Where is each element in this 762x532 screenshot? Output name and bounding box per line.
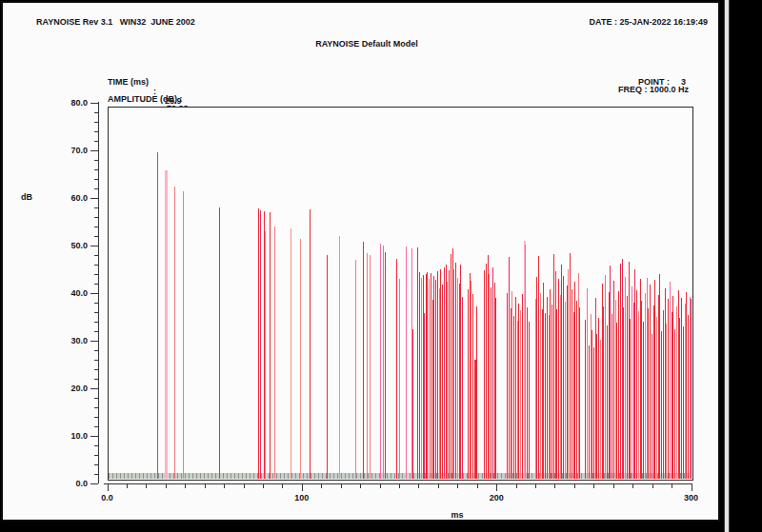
echo-spike bbox=[417, 247, 418, 479]
echo-spike bbox=[355, 260, 356, 479]
app-version-label: RAYNOISE Rev 3.1 WIN32 JUNE 2002 bbox=[36, 17, 195, 27]
axis-tick bbox=[94, 284, 98, 285]
axis-tick bbox=[166, 484, 167, 488]
echo-spike bbox=[412, 329, 413, 479]
freq-readout: FREQ : 1000.0 Hz bbox=[572, 85, 689, 94]
axis-tick bbox=[282, 484, 283, 488]
echo-spike bbox=[300, 239, 301, 479]
axis-tick bbox=[652, 484, 653, 488]
axis-tick bbox=[90, 150, 98, 151]
axis-tick bbox=[94, 474, 98, 475]
echo-spike bbox=[174, 187, 175, 479]
y-axis-title: dB bbox=[21, 192, 32, 202]
echo-spike bbox=[603, 306, 604, 480]
axis-tick bbox=[94, 379, 98, 380]
echo-spike bbox=[540, 293, 541, 479]
axis-tick bbox=[692, 484, 692, 491]
y-tick-label: 20.0 bbox=[57, 384, 88, 393]
echo-spike bbox=[165, 170, 168, 479]
axis-tick bbox=[90, 388, 98, 389]
echo-spike bbox=[607, 325, 608, 479]
axis-tick bbox=[94, 255, 98, 256]
axis-tick bbox=[302, 484, 303, 491]
axis-tick bbox=[94, 322, 98, 323]
x-tick-label: 0.0 bbox=[93, 493, 122, 502]
echo-spike bbox=[683, 326, 684, 479]
axis-tick bbox=[672, 484, 672, 488]
x-axis-title: ms bbox=[448, 510, 467, 520]
axis-tick bbox=[90, 436, 98, 437]
axis-tick bbox=[516, 484, 517, 488]
axis-tick bbox=[94, 464, 98, 465]
axis-tick bbox=[94, 331, 98, 332]
echo-spike bbox=[265, 231, 266, 479]
echo-spike bbox=[593, 347, 594, 479]
x-tick-label: 300 bbox=[677, 493, 706, 502]
axis-tick bbox=[90, 483, 98, 484]
axis-tick bbox=[477, 484, 478, 488]
raynoise-plot-window: { "header": { "app_version": "RAYNOISE R… bbox=[0, 0, 762, 532]
echo-spike bbox=[291, 228, 291, 479]
echo-spike bbox=[406, 246, 407, 479]
axis-tick bbox=[94, 217, 98, 218]
axis-tick bbox=[94, 455, 98, 456]
y-tick-label: 10.0 bbox=[57, 431, 88, 441]
echo-spike bbox=[427, 272, 428, 479]
y-tick-label: 60.0 bbox=[57, 193, 88, 203]
axis-tick bbox=[94, 131, 98, 132]
axis-tick bbox=[574, 484, 575, 488]
axis-tick bbox=[94, 407, 98, 408]
axis-tick bbox=[205, 484, 206, 488]
axis-tick bbox=[94, 188, 98, 189]
axis-tick bbox=[418, 484, 419, 488]
echo-spike bbox=[380, 244, 381, 479]
axis-tick bbox=[457, 484, 458, 488]
axis-tick bbox=[399, 484, 400, 488]
echo-spike bbox=[310, 209, 311, 479]
echo-spike bbox=[370, 255, 371, 479]
echo-spike bbox=[620, 264, 621, 480]
axis-tick bbox=[593, 484, 594, 488]
echo-spike bbox=[495, 298, 496, 479]
axis-tick bbox=[185, 484, 186, 488]
echo-spike bbox=[453, 269, 454, 479]
axis-tick bbox=[535, 484, 536, 488]
axis-tick bbox=[360, 484, 361, 488]
echo-spike bbox=[579, 307, 580, 479]
spike-layer bbox=[108, 107, 692, 479]
axis-tick bbox=[94, 112, 98, 113]
axis-tick bbox=[94, 312, 98, 313]
echo-spike bbox=[462, 297, 463, 479]
axis-tick bbox=[94, 417, 98, 418]
axis-tick bbox=[94, 141, 98, 142]
echo-spike bbox=[679, 318, 680, 479]
y-tick-label: 40.0 bbox=[57, 288, 88, 298]
echo-spike bbox=[472, 294, 473, 479]
selected-echo-spike bbox=[157, 152, 158, 479]
axis-tick bbox=[321, 484, 322, 488]
echo-spike bbox=[260, 210, 261, 479]
date-label: DATE : 25-JAN-2022 16:19:49 bbox=[517, 17, 708, 27]
axis-tick bbox=[94, 398, 98, 399]
echo-spike bbox=[529, 322, 530, 479]
echo-spike bbox=[616, 323, 617, 479]
echo-spike bbox=[486, 264, 487, 480]
axis-tick bbox=[94, 169, 98, 170]
x-tick-label: 200 bbox=[482, 493, 511, 502]
y-tick-label: 0.0 bbox=[57, 479, 88, 488]
echo-spike bbox=[643, 322, 644, 480]
echo-spike bbox=[363, 242, 364, 479]
echo-spike bbox=[476, 306, 477, 479]
axis-tick bbox=[341, 484, 342, 488]
echo-spike bbox=[183, 191, 184, 479]
echo-spike bbox=[270, 212, 271, 479]
echo-spike bbox=[670, 282, 671, 479]
axis-tick bbox=[108, 484, 109, 491]
echo-spike bbox=[656, 317, 657, 479]
axis-tick bbox=[98, 102, 99, 483]
echo-spike bbox=[274, 227, 275, 479]
axis-tick bbox=[104, 483, 692, 484]
echo-spike bbox=[440, 269, 441, 479]
echo-spike bbox=[553, 254, 554, 479]
echo-spike bbox=[399, 279, 400, 479]
